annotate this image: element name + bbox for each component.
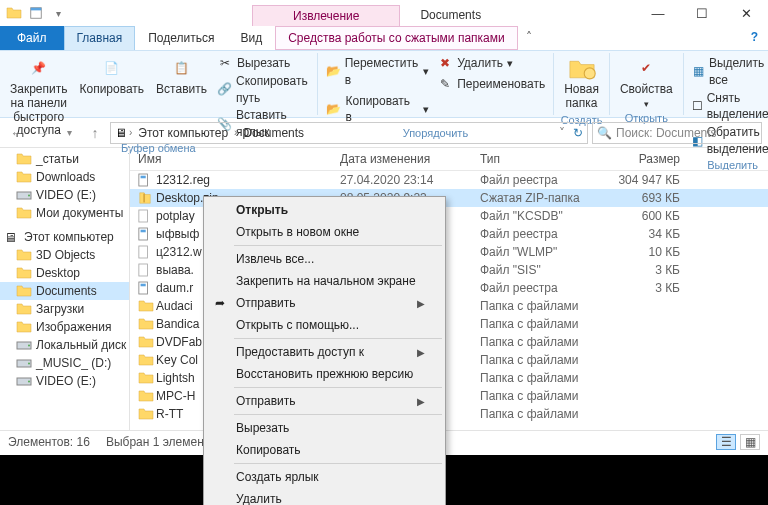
tree-item[interactable]: Мои документы — [0, 204, 129, 222]
tab-view[interactable]: Вид — [227, 26, 275, 50]
search-icon: 🔍 — [597, 126, 612, 140]
forward-button[interactable]: → — [32, 122, 54, 144]
qat-props-icon[interactable] — [28, 5, 44, 21]
breadcrumb-folder[interactable]: Documents — [239, 126, 308, 140]
back-button[interactable]: ← — [6, 122, 28, 144]
drive-icon — [16, 338, 32, 352]
nav-tree[interactable]: _статьиDownloadsVIDEO (E:)Мои документы🖥… — [0, 148, 130, 430]
menu-separator — [234, 387, 442, 388]
list-row[interactable]: 12312.reg 27.04.2020 23:14 Файл реестра … — [130, 171, 768, 189]
svg-point-6 — [28, 345, 30, 347]
menu-item[interactable]: Вырезать — [206, 417, 443, 439]
tab-share[interactable]: Поделиться — [135, 26, 227, 50]
col-name[interactable]: Имя — [130, 152, 340, 166]
context-tab-extract[interactable]: Извлечение — [252, 5, 400, 26]
select-none-button[interactable]: ☐Снять выделение — [690, 90, 768, 124]
submenu-arrow-icon: ▶ — [417, 347, 425, 358]
reg-icon — [138, 227, 152, 241]
maximize-button[interactable]: ☐ — [680, 0, 724, 26]
tree-item[interactable]: Изображения — [0, 318, 129, 336]
drive-icon — [16, 356, 32, 370]
copy-path-button[interactable]: 🔗Скопировать путь — [215, 73, 311, 107]
address-bar[interactable]: 🖥 › Этот компьютер › Documents ˅ ↻ — [110, 122, 588, 144]
tab-home[interactable]: Главная — [64, 26, 136, 50]
refresh-icon[interactable]: ↻ — [567, 126, 583, 140]
context-menu[interactable]: Открыть Открыть в новом окне Извлечь все… — [203, 196, 446, 505]
titlebar: ▾ Извлечение Documents — ☐ ✕ — [0, 0, 768, 26]
tree-item[interactable]: Загрузки — [0, 300, 129, 318]
tree-item[interactable]: Локальный диск — [0, 336, 129, 354]
ribbon-tabs: Файл Главная Поделиться Вид Средства раб… — [0, 26, 768, 50]
menu-separator — [234, 414, 442, 415]
svg-point-2 — [584, 68, 595, 79]
move-to-button[interactable]: 📂Переместить в ▾ — [324, 55, 432, 89]
qat-dropdown-icon[interactable]: ▾ — [50, 5, 66, 21]
folder-icon — [16, 152, 32, 166]
folder-icon — [138, 317, 152, 331]
ribbon-collapse-icon[interactable]: ˄ — [518, 26, 540, 50]
folder-icon — [138, 299, 152, 313]
address-dropdown-icon[interactable]: ˅ — [559, 126, 565, 140]
tree-item[interactable]: Documents — [0, 282, 129, 300]
svg-point-4 — [28, 195, 30, 197]
drive-icon — [16, 188, 32, 202]
cut-icon: ✂ — [217, 56, 233, 70]
menu-item[interactable]: Удалить — [206, 488, 443, 505]
delete-button[interactable]: ✖Удалить ▾ — [435, 55, 547, 72]
tree-item[interactable]: VIDEO (E:) — [0, 186, 129, 204]
recent-button[interactable]: ▾ — [58, 122, 80, 144]
col-type[interactable]: Тип — [480, 152, 610, 166]
folder-icon — [138, 353, 152, 367]
select-all-button[interactable]: ▦Выделить все — [690, 55, 768, 89]
svg-rect-16 — [141, 230, 146, 233]
menu-separator — [234, 338, 442, 339]
folder-icon — [16, 206, 32, 220]
reg-icon — [138, 281, 152, 295]
properties-button[interactable]: ✔Свойства▾ — [616, 55, 677, 111]
paste-button[interactable]: 📋Вставить — [152, 55, 211, 99]
tree-item[interactable]: _статьи — [0, 150, 129, 168]
tab-file[interactable]: Файл — [0, 26, 64, 50]
menu-item[interactable]: Открыть в новом окне — [206, 221, 443, 243]
search-input[interactable]: 🔍 Поиск: Documents — [592, 122, 762, 144]
menu-item[interactable]: Предоставить доступ к ▶ — [206, 341, 443, 363]
view-large-button[interactable]: ▦ — [740, 434, 760, 450]
col-size[interactable]: Размер — [610, 152, 690, 166]
menu-item[interactable]: Извлечь все... — [206, 248, 443, 270]
minimize-button[interactable]: — — [636, 0, 680, 26]
reg-icon — [138, 173, 152, 187]
tree-item[interactable]: VIDEO (E:) — [0, 372, 129, 390]
menu-item[interactable]: Отправить ▶ — [206, 390, 443, 412]
breadcrumb-root[interactable]: Этот компьютер — [134, 126, 232, 140]
list-header[interactable]: Имя Дата изменения Тип Размер — [130, 148, 768, 171]
tree-this-pc[interactable]: 🖥Этот компьютер — [0, 228, 129, 246]
svg-rect-14 — [139, 210, 148, 222]
tab-compress-tools[interactable]: Средства работы со сжатыми папками — [275, 26, 518, 50]
new-folder-button[interactable]: Новая папка — [560, 55, 603, 113]
copy-button[interactable]: 📄Копировать — [75, 55, 148, 99]
tree-item[interactable]: _MUSIC_ (D:) — [0, 354, 129, 372]
svg-rect-12 — [141, 176, 146, 179]
menu-item[interactable]: Открыть — [206, 199, 443, 221]
folder-icon — [16, 266, 32, 280]
menu-item[interactable]: Закрепить на начальном экране — [206, 270, 443, 292]
menu-item[interactable]: Копировать — [206, 439, 443, 461]
up-button[interactable]: ↑ — [84, 122, 106, 144]
zip-icon — [138, 191, 152, 205]
cut-button[interactable]: ✂Вырезать — [215, 55, 311, 72]
menu-item[interactable]: ➦ Отправить ▶ — [206, 292, 443, 314]
tree-item[interactable]: Downloads — [0, 168, 129, 186]
menu-item[interactable]: Восстановить прежнюю версию — [206, 363, 443, 385]
help-icon[interactable]: ? — [741, 26, 768, 50]
col-date[interactable]: Дата изменения — [340, 152, 480, 166]
rename-button[interactable]: ✎Переименовать — [435, 76, 547, 93]
menu-item[interactable]: Открыть с помощью... — [206, 314, 443, 336]
tree-item[interactable]: 3D Objects — [0, 246, 129, 264]
close-button[interactable]: ✕ — [724, 0, 768, 26]
tree-item[interactable]: Desktop — [0, 264, 129, 282]
menu-item[interactable]: Создать ярлык — [206, 466, 443, 488]
submenu-arrow-icon: ▶ — [417, 298, 425, 309]
svg-point-8 — [28, 363, 30, 365]
view-details-button[interactable]: ☰ — [716, 434, 736, 450]
ribbon: 📌Закрепить на панели быстрого доступа 📄К… — [0, 50, 768, 118]
